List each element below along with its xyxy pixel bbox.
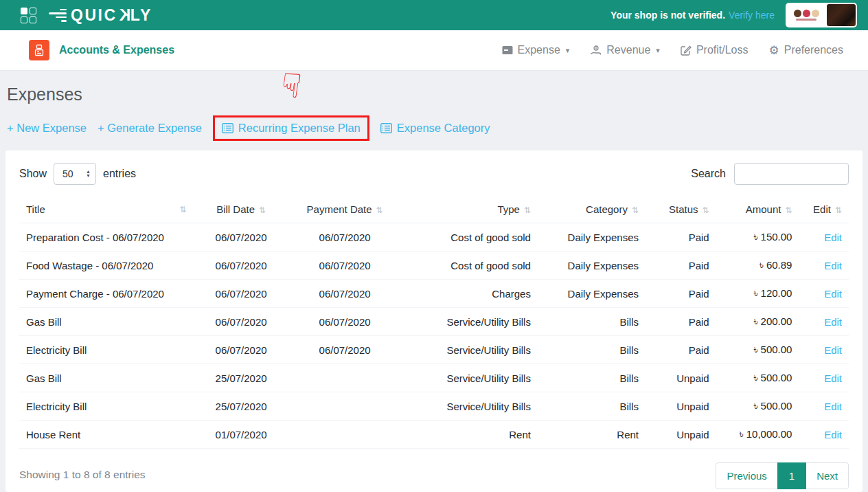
edit-link[interactable]: Edit [824,288,842,300]
sort-icon: ⇅ [180,205,187,214]
cell-amount: ৳ 200.00 [716,308,799,336]
navbar: Accounts & Expenses Expense ▾ Revenue ▾ … [0,30,868,71]
new-expense-link[interactable]: + New Expense [7,122,87,135]
entries-select[interactable]: 50 ▲▼ [54,163,96,185]
cell-status: Unpaid [646,421,716,449]
show-label: Show [19,168,47,180]
cell-edit: Edit [799,392,849,421]
recurring-expense-plan-link[interactable]: Recurring Expense Plan [222,122,361,135]
cell-title: Preparation Cost - 06/07/2020 [19,223,194,251]
cell-payment-date: 06/07/2020 [289,251,401,280]
table-row: House Rent01/07/2020RentRentUnpaid৳ 10,0… [19,421,849,449]
cell-payment-date: 06/07/2020 [289,280,401,308]
column-header-bill-date[interactable]: Bill Date⇅ [194,196,289,223]
column-header-status[interactable]: Status⇅ [646,196,716,223]
accounts-module-icon [29,40,49,60]
cell-bill-date: 06/07/2020 [194,336,289,364]
sort-icon: ⇅ [703,205,709,215]
table-row: Gas Bill25/07/2020Service/Utility BillsB… [19,364,849,392]
column-header-type[interactable]: Type⇅ [401,196,538,223]
previous-page-button[interactable]: Previous [716,462,777,489]
nav-item-profit-loss[interactable]: Profit/Loss [681,44,749,56]
nav-item-expense[interactable]: Expense ▾ [502,44,570,56]
list-icon [222,123,233,133]
shop-logo-image [787,4,825,26]
sort-icon: ⇅ [835,205,842,215]
cell-status: Paid [646,336,716,364]
cell-title: Electricity Bill [19,336,194,364]
action-links-row: + New Expense + Generate Expense ☟ Recur… [7,115,863,141]
cell-payment-date [289,364,401,392]
column-header-category[interactable]: Category⇅ [538,196,646,223]
cell-edit: Edit [799,280,849,308]
edit-link[interactable]: Edit [824,232,842,243]
alert-text: Your shop is not verified. [610,10,725,21]
cell-category: Bills [538,308,646,336]
nav-item-label: Expense [518,44,560,56]
edit-link[interactable]: Edit [824,401,842,412]
cell-category: Bills [538,364,646,392]
search-input[interactable] [734,163,849,185]
expenses-table: Title⇅ Bill Date⇅ Payment Date⇅ Type⇅ Ca… [19,196,849,449]
cell-title: Payment Charge - 06/07/2020 [19,280,194,308]
expense-category-link[interactable]: Expense Category [380,122,490,135]
column-header-amount[interactable]: Amount⇅ [716,196,799,223]
cell-payment-date: 06/07/2020 [289,308,401,336]
generate-expense-link[interactable]: + Generate Expense [98,122,202,135]
apps-grid-icon[interactable] [21,8,36,23]
cell-amount: ৳ 10,000.00 [716,421,799,449]
nav-item-revenue[interactable]: Revenue ▾ [590,44,660,56]
cell-type: Service/Utility Bills [401,308,538,336]
current-page-button[interactable]: 1 [777,462,806,489]
edit-link[interactable]: Edit [824,429,842,440]
expenses-page: Expenses + New Expense + Generate Expens… [0,71,868,492]
edit-link[interactable]: Edit [824,344,842,356]
table-body: Preparation Cost - 06/07/202006/07/20200… [19,223,849,449]
cell-title: Food Wastage - 06/07/2020 [19,251,194,280]
cell-type: Cost of good sold [401,223,538,251]
column-header-payment-date[interactable]: Payment Date⇅ [289,196,401,223]
cell-payment-date [289,392,401,421]
search-control: Search [691,163,849,185]
cell-bill-date: 06/07/2020 [194,223,289,251]
page-title: Expenses [7,85,863,104]
topbar: QUICKLY Your shop is not verified.Verify… [0,0,868,30]
sort-icon: ⇅ [376,205,383,215]
module-home-link[interactable]: Accounts & Expenses [29,40,174,60]
table-row: Preparation Cost - 06/07/202006/07/20200… [19,223,849,251]
brand-name: QUICKLY [71,6,152,25]
column-header-title[interactable]: Title⇅ [19,196,194,223]
brand-logo[interactable]: QUICKLY [49,6,152,25]
cell-edit: Edit [799,251,849,280]
column-header-edit[interactable]: Edit⇅ [799,196,849,223]
cell-payment-date: 06/07/2020 [289,336,401,364]
cell-category: Daily Expenses [538,251,646,280]
cell-category: Rent [538,421,646,449]
shop-verification-alert: Your shop is not verified.Verify here [610,10,775,21]
cell-bill-date: 06/07/2020 [194,251,289,280]
module-label: Accounts & Expenses [59,44,174,56]
cell-type: Service/Utility Bills [401,364,538,392]
edit-link[interactable]: Edit [824,260,842,271]
cell-payment-date [289,421,401,449]
sort-icon: ⇅ [524,205,531,215]
cell-bill-date: 25/07/2020 [194,392,289,421]
verify-here-link[interactable]: Verify here [729,10,775,21]
table-row: Gas Bill06/07/202006/07/2020Service/Util… [19,308,849,336]
table-header-row: Title⇅ Bill Date⇅ Payment Date⇅ Type⇅ Ca… [19,196,849,223]
cell-amount: ৳ 500.00 [716,336,799,364]
shop-avatar[interactable] [786,3,857,27]
cell-category: Bills [538,336,646,364]
cell-status: Paid [646,223,716,251]
cell-type: Service/Utility Bills [401,392,538,421]
cell-amount: ৳ 500.00 [716,392,799,421]
main-navigation: Expense ▾ Revenue ▾ Profit/Loss ⚙ Prefer… [502,44,843,56]
expenses-table-card: Show 50 ▲▼ entries Search [5,150,863,492]
edit-link[interactable]: Edit [824,372,842,384]
nav-item-preferences[interactable]: ⚙ Preferences [768,44,843,56]
edit-link[interactable]: Edit [824,316,842,328]
next-page-button[interactable]: Next [806,462,849,489]
cell-status: Paid [646,251,716,280]
revenue-hand-icon [590,45,602,56]
search-label: Search [691,168,726,180]
